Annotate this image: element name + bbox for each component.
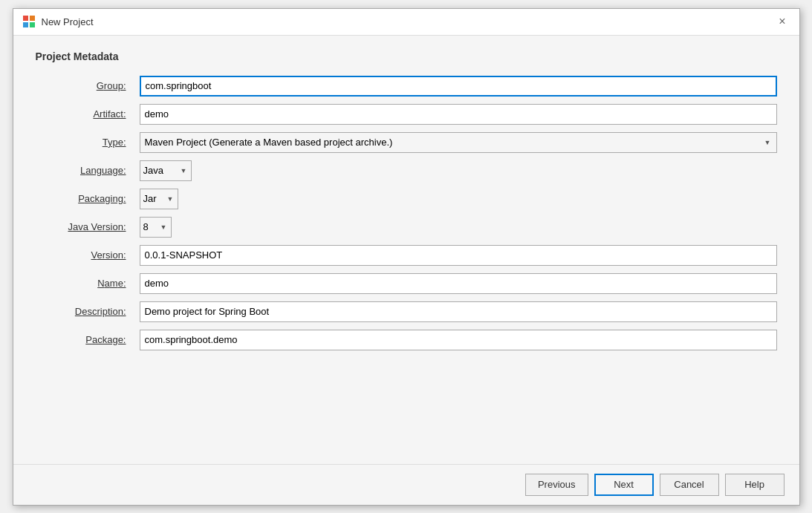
svg-rect-1 bbox=[30, 16, 35, 21]
name-label: Name: bbox=[36, 278, 132, 289]
java-version-row: 8 11 17 bbox=[140, 217, 777, 238]
group-label: Group: bbox=[36, 80, 132, 91]
packaging-label: Packaging: bbox=[36, 193, 132, 204]
version-input[interactable] bbox=[140, 245, 777, 266]
java-version-select[interactable]: 8 11 17 bbox=[140, 217, 172, 238]
title-bar-left: New Project bbox=[22, 15, 94, 28]
type-select-wrapper: Maven Project (Generate a Maven based pr… bbox=[140, 132, 777, 153]
form-grid: Group: Artifact: Type: Maven Project (Ge… bbox=[36, 76, 777, 350]
help-button[interactable]: Help bbox=[725, 474, 785, 496]
artifact-label: Artifact: bbox=[36, 108, 132, 120]
packaging-select-wrapper: Jar War bbox=[140, 189, 178, 209]
package-label: Package: bbox=[36, 334, 132, 345]
language-select[interactable]: Java Kotlin Groovy bbox=[140, 160, 192, 181]
cancel-button[interactable]: Cancel bbox=[660, 474, 719, 496]
packaging-select[interactable]: Jar War bbox=[140, 189, 178, 209]
section-title: Project Metadata bbox=[36, 50, 777, 62]
name-input[interactable] bbox=[140, 273, 777, 294]
dialog-content: Project Metadata Group: Artifact: Type: … bbox=[13, 36, 799, 464]
language-label: Language: bbox=[36, 165, 132, 176]
language-row: Java Kotlin Groovy bbox=[140, 160, 777, 181]
close-button[interactable]: × bbox=[774, 14, 790, 29]
group-input[interactable] bbox=[140, 76, 777, 97]
language-select-wrapper: Java Kotlin Groovy bbox=[140, 160, 192, 181]
svg-rect-2 bbox=[23, 22, 28, 27]
package-input[interactable] bbox=[140, 330, 777, 350]
description-input[interactable] bbox=[140, 301, 777, 322]
type-select[interactable]: Maven Project (Generate a Maven based pr… bbox=[140, 132, 777, 153]
artifact-input[interactable] bbox=[140, 104, 777, 125]
java-version-label: Java Version: bbox=[36, 221, 132, 232]
type-label: Type: bbox=[36, 137, 132, 148]
version-label: Version: bbox=[36, 249, 132, 261]
java-version-select-wrapper: 8 11 17 bbox=[140, 217, 172, 238]
svg-rect-0 bbox=[23, 16, 28, 21]
title-bar: New Project × bbox=[13, 9, 799, 36]
previous-button[interactable]: Previous bbox=[525, 474, 588, 496]
new-project-dialog: New Project × Project Metadata Group: Ar… bbox=[13, 8, 800, 506]
dialog-title: New Project bbox=[42, 16, 94, 27]
description-label: Description: bbox=[36, 306, 132, 317]
app-icon bbox=[22, 15, 36, 28]
dialog-footer: Previous Next Cancel Help bbox=[13, 464, 799, 505]
packaging-row: Jar War bbox=[140, 189, 777, 209]
next-button[interactable]: Next bbox=[594, 474, 654, 496]
svg-rect-3 bbox=[30, 22, 35, 27]
